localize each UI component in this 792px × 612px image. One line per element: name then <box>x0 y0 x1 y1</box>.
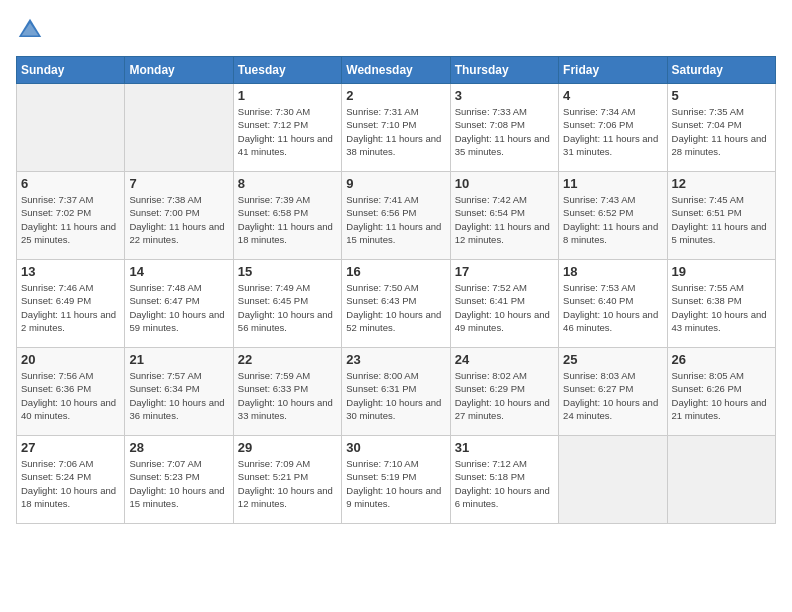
day-number: 23 <box>346 352 445 367</box>
day-info: Sunrise: 7:56 AM Sunset: 6:36 PM Dayligh… <box>21 369 120 422</box>
day-cell: 6Sunrise: 7:37 AM Sunset: 7:02 PM Daylig… <box>17 172 125 260</box>
day-number: 13 <box>21 264 120 279</box>
day-info: Sunrise: 7:12 AM Sunset: 5:18 PM Dayligh… <box>455 457 554 510</box>
day-number: 20 <box>21 352 120 367</box>
day-info: Sunrise: 7:34 AM Sunset: 7:06 PM Dayligh… <box>563 105 662 158</box>
week-row-5: 27Sunrise: 7:06 AM Sunset: 5:24 PM Dayli… <box>17 436 776 524</box>
day-cell: 27Sunrise: 7:06 AM Sunset: 5:24 PM Dayli… <box>17 436 125 524</box>
day-number: 27 <box>21 440 120 455</box>
day-info: Sunrise: 7:31 AM Sunset: 7:10 PM Dayligh… <box>346 105 445 158</box>
day-info: Sunrise: 7:42 AM Sunset: 6:54 PM Dayligh… <box>455 193 554 246</box>
calendar-body: 1Sunrise: 7:30 AM Sunset: 7:12 PM Daylig… <box>17 84 776 524</box>
logo-icon <box>16 16 44 44</box>
day-cell: 25Sunrise: 8:03 AM Sunset: 6:27 PM Dayli… <box>559 348 667 436</box>
day-number: 4 <box>563 88 662 103</box>
day-info: Sunrise: 7:33 AM Sunset: 7:08 PM Dayligh… <box>455 105 554 158</box>
day-info: Sunrise: 7:09 AM Sunset: 5:21 PM Dayligh… <box>238 457 337 510</box>
day-info: Sunrise: 7:59 AM Sunset: 6:33 PM Dayligh… <box>238 369 337 422</box>
week-row-4: 20Sunrise: 7:56 AM Sunset: 6:36 PM Dayli… <box>17 348 776 436</box>
day-info: Sunrise: 7:43 AM Sunset: 6:52 PM Dayligh… <box>563 193 662 246</box>
day-cell: 13Sunrise: 7:46 AM Sunset: 6:49 PM Dayli… <box>17 260 125 348</box>
day-cell: 7Sunrise: 7:38 AM Sunset: 7:00 PM Daylig… <box>125 172 233 260</box>
day-number: 2 <box>346 88 445 103</box>
day-cell: 31Sunrise: 7:12 AM Sunset: 5:18 PM Dayli… <box>450 436 558 524</box>
day-number: 11 <box>563 176 662 191</box>
day-number: 25 <box>563 352 662 367</box>
day-info: Sunrise: 7:48 AM Sunset: 6:47 PM Dayligh… <box>129 281 228 334</box>
day-info: Sunrise: 7:30 AM Sunset: 7:12 PM Dayligh… <box>238 105 337 158</box>
day-cell <box>667 436 775 524</box>
day-cell: 23Sunrise: 8:00 AM Sunset: 6:31 PM Dayli… <box>342 348 450 436</box>
day-info: Sunrise: 7:49 AM Sunset: 6:45 PM Dayligh… <box>238 281 337 334</box>
day-cell: 24Sunrise: 8:02 AM Sunset: 6:29 PM Dayli… <box>450 348 558 436</box>
day-number: 14 <box>129 264 228 279</box>
day-info: Sunrise: 8:05 AM Sunset: 6:26 PM Dayligh… <box>672 369 771 422</box>
day-cell: 30Sunrise: 7:10 AM Sunset: 5:19 PM Dayli… <box>342 436 450 524</box>
day-info: Sunrise: 7:57 AM Sunset: 6:34 PM Dayligh… <box>129 369 228 422</box>
day-cell: 4Sunrise: 7:34 AM Sunset: 7:06 PM Daylig… <box>559 84 667 172</box>
week-row-1: 1Sunrise: 7:30 AM Sunset: 7:12 PM Daylig… <box>17 84 776 172</box>
day-info: Sunrise: 7:39 AM Sunset: 6:58 PM Dayligh… <box>238 193 337 246</box>
day-number: 5 <box>672 88 771 103</box>
day-info: Sunrise: 7:37 AM Sunset: 7:02 PM Dayligh… <box>21 193 120 246</box>
calendar-header: SundayMondayTuesdayWednesdayThursdayFrid… <box>17 57 776 84</box>
day-cell: 22Sunrise: 7:59 AM Sunset: 6:33 PM Dayli… <box>233 348 341 436</box>
day-info: Sunrise: 7:41 AM Sunset: 6:56 PM Dayligh… <box>346 193 445 246</box>
day-number: 16 <box>346 264 445 279</box>
day-info: Sunrise: 7:38 AM Sunset: 7:00 PM Dayligh… <box>129 193 228 246</box>
day-number: 10 <box>455 176 554 191</box>
day-cell: 18Sunrise: 7:53 AM Sunset: 6:40 PM Dayli… <box>559 260 667 348</box>
day-number: 19 <box>672 264 771 279</box>
day-cell: 2Sunrise: 7:31 AM Sunset: 7:10 PM Daylig… <box>342 84 450 172</box>
day-cell: 5Sunrise: 7:35 AM Sunset: 7:04 PM Daylig… <box>667 84 775 172</box>
day-cell: 14Sunrise: 7:48 AM Sunset: 6:47 PM Dayli… <box>125 260 233 348</box>
header-cell-sunday: Sunday <box>17 57 125 84</box>
header-cell-wednesday: Wednesday <box>342 57 450 84</box>
day-number: 29 <box>238 440 337 455</box>
day-number: 31 <box>455 440 554 455</box>
day-info: Sunrise: 7:50 AM Sunset: 6:43 PM Dayligh… <box>346 281 445 334</box>
header-cell-friday: Friday <box>559 57 667 84</box>
day-info: Sunrise: 7:52 AM Sunset: 6:41 PM Dayligh… <box>455 281 554 334</box>
logo <box>16 16 48 44</box>
day-number: 28 <box>129 440 228 455</box>
day-number: 22 <box>238 352 337 367</box>
day-cell: 1Sunrise: 7:30 AM Sunset: 7:12 PM Daylig… <box>233 84 341 172</box>
day-cell: 15Sunrise: 7:49 AM Sunset: 6:45 PM Dayli… <box>233 260 341 348</box>
day-info: Sunrise: 8:03 AM Sunset: 6:27 PM Dayligh… <box>563 369 662 422</box>
day-cell <box>559 436 667 524</box>
day-cell: 19Sunrise: 7:55 AM Sunset: 6:38 PM Dayli… <box>667 260 775 348</box>
day-cell: 10Sunrise: 7:42 AM Sunset: 6:54 PM Dayli… <box>450 172 558 260</box>
day-number: 21 <box>129 352 228 367</box>
day-cell <box>17 84 125 172</box>
day-cell: 8Sunrise: 7:39 AM Sunset: 6:58 PM Daylig… <box>233 172 341 260</box>
calendar-table: SundayMondayTuesdayWednesdayThursdayFrid… <box>16 56 776 524</box>
day-number: 6 <box>21 176 120 191</box>
day-number: 15 <box>238 264 337 279</box>
day-number: 18 <box>563 264 662 279</box>
day-cell: 29Sunrise: 7:09 AM Sunset: 5:21 PM Dayli… <box>233 436 341 524</box>
day-number: 26 <box>672 352 771 367</box>
day-info: Sunrise: 8:00 AM Sunset: 6:31 PM Dayligh… <box>346 369 445 422</box>
day-cell: 9Sunrise: 7:41 AM Sunset: 6:56 PM Daylig… <box>342 172 450 260</box>
header-cell-tuesday: Tuesday <box>233 57 341 84</box>
day-info: Sunrise: 8:02 AM Sunset: 6:29 PM Dayligh… <box>455 369 554 422</box>
day-number: 9 <box>346 176 445 191</box>
header-cell-monday: Monday <box>125 57 233 84</box>
week-row-3: 13Sunrise: 7:46 AM Sunset: 6:49 PM Dayli… <box>17 260 776 348</box>
header-row: SundayMondayTuesdayWednesdayThursdayFrid… <box>17 57 776 84</box>
page-header <box>16 16 776 44</box>
day-number: 8 <box>238 176 337 191</box>
day-cell: 11Sunrise: 7:43 AM Sunset: 6:52 PM Dayli… <box>559 172 667 260</box>
day-cell <box>125 84 233 172</box>
day-info: Sunrise: 7:55 AM Sunset: 6:38 PM Dayligh… <box>672 281 771 334</box>
day-cell: 26Sunrise: 8:05 AM Sunset: 6:26 PM Dayli… <box>667 348 775 436</box>
day-number: 7 <box>129 176 228 191</box>
day-number: 30 <box>346 440 445 455</box>
day-cell: 16Sunrise: 7:50 AM Sunset: 6:43 PM Dayli… <box>342 260 450 348</box>
day-cell: 17Sunrise: 7:52 AM Sunset: 6:41 PM Dayli… <box>450 260 558 348</box>
day-cell: 28Sunrise: 7:07 AM Sunset: 5:23 PM Dayli… <box>125 436 233 524</box>
day-cell: 3Sunrise: 7:33 AM Sunset: 7:08 PM Daylig… <box>450 84 558 172</box>
day-cell: 21Sunrise: 7:57 AM Sunset: 6:34 PM Dayli… <box>125 348 233 436</box>
day-number: 12 <box>672 176 771 191</box>
